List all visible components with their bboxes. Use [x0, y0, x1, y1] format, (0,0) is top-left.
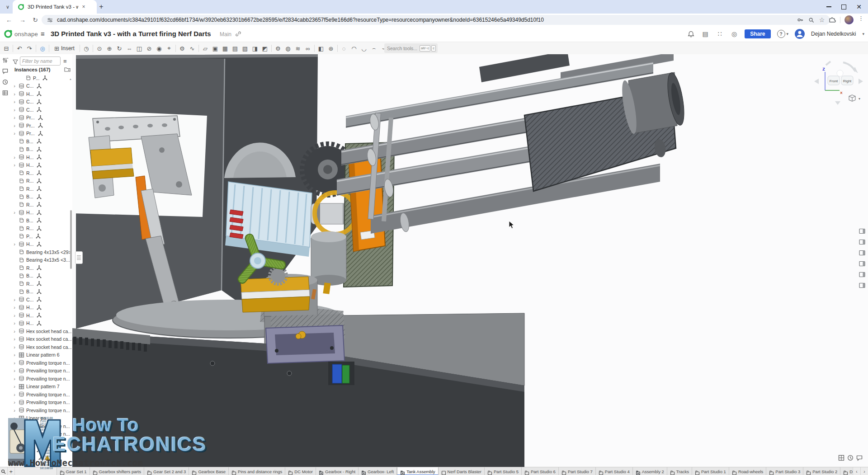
assembly-tree-icon[interactable]: ⊟	[1, 43, 11, 53]
learning-center-icon[interactable]: ◎	[730, 30, 738, 38]
help-caret-icon[interactable]: ▾	[787, 32, 789, 36]
hide-icon[interactable]: ◠	[349, 43, 359, 53]
doc-tab-gearbox-right[interactable]: Gearbox - Right	[316, 467, 359, 475]
doc-tab-part-studio-7[interactable]: Part Studio 7	[559, 467, 596, 475]
select-other-icon[interactable]: ◌	[339, 43, 349, 53]
doc-tab-road-wheels[interactable]: Road-wheels	[729, 467, 766, 475]
workspace-name[interactable]: Main	[220, 31, 231, 38]
expand-chevron-icon[interactable]: ›	[12, 392, 17, 397]
filter-funnel-icon[interactable]	[13, 58, 18, 64]
expand-chevron-icon[interactable]: ›	[12, 115, 17, 120]
instance-row[interactable]: ›Prevailing torque n...	[10, 399, 71, 407]
undo-icon[interactable]: ↶	[14, 43, 24, 53]
filter-input[interactable]	[20, 56, 61, 66]
instance-row[interactable]: R...	[10, 177, 71, 185]
user-name[interactable]: Dejan Nedelkovski	[811, 31, 856, 37]
expand-chevron-icon[interactable]: ›	[12, 336, 17, 342]
instance-row[interactable]: ›Prevailing torque n...	[10, 406, 71, 414]
instance-row[interactable]: ›Prevailing torque n...	[10, 375, 71, 383]
planar-mate-icon[interactable]: ◫	[134, 43, 144, 53]
named-views-panel-icon[interactable]	[859, 249, 865, 255]
instance-row[interactable]: ›Pr...	[10, 114, 71, 122]
replicate-icon[interactable]: ▣	[210, 43, 220, 53]
insert-button[interactable]: ⊞Insert	[51, 44, 78, 53]
user-menu-caret-icon[interactable]: ▾	[862, 32, 864, 36]
comment-bubble-icon[interactable]	[856, 455, 863, 461]
doc-tab-tracks[interactable]: Tracks	[667, 467, 692, 475]
share-button[interactable]: Share	[745, 29, 770, 38]
instance-row[interactable]: Bearing 4x13x5 <3...	[10, 256, 71, 264]
slider-mate-icon[interactable]: ⇔	[124, 43, 134, 53]
exploded-view-icon[interactable]: ⊛	[326, 43, 336, 53]
named-views-icon[interactable]: ▧	[240, 43, 250, 53]
expand-chevron-icon[interactable]: ›	[12, 123, 17, 128]
doc-tab-part-studio-1[interactable]: Part Studio 1	[692, 467, 729, 475]
instance-row[interactable]: ›H...	[10, 320, 71, 328]
help-icon[interactable]: ?	[777, 30, 785, 38]
configurations-icon[interactable]	[0, 55, 10, 65]
snapshot-icon[interactable]: ▱	[200, 43, 210, 53]
list-options-icon[interactable]: ≡	[63, 58, 67, 65]
browser-tab[interactable]: 3D Printed Tank v3 - with a Tur ×	[13, 0, 97, 14]
instance-row[interactable]: ›C...	[10, 106, 71, 114]
release-notes-icon[interactable]: ▤	[701, 30, 709, 38]
panel-resize-handle[interactable]	[75, 251, 83, 264]
tabs-prev-icon[interactable]: ‹	[853, 467, 860, 475]
expand-chevron-icon[interactable]: ›	[12, 352, 17, 357]
expand-chevron-icon[interactable]: ›	[12, 83, 17, 89]
linear-pattern-icon[interactable]: ▦	[220, 43, 230, 53]
instance-row[interactable]: Bearing 4x13x5 <29>	[10, 248, 71, 256]
instance-row[interactable]: ›H...	[10, 304, 71, 312]
expand-chevron-icon[interactable]: ›	[12, 400, 17, 405]
gear-relation-icon[interactable]: ⚙	[177, 43, 187, 53]
expand-chevron-icon[interactable]: ›	[12, 99, 17, 104]
tabs-next-icon[interactable]: ›	[860, 467, 868, 475]
bookmark-star-icon[interactable]: ☆	[818, 16, 826, 24]
gear-tools-icon[interactable]: ⚙	[273, 43, 283, 53]
cylindrical-mate-icon[interactable]: ⊘	[144, 43, 154, 53]
instance-row[interactable]: ›Pr...	[10, 122, 71, 130]
expand-chevron-icon[interactable]: ›	[12, 329, 17, 334]
ball-mate-icon[interactable]: ◉	[154, 43, 164, 53]
appearance-panel-icon[interactable]	[859, 239, 865, 245]
add-folder-icon[interactable]	[64, 66, 71, 73]
instance-row[interactable]: ›H...	[10, 209, 71, 217]
instance-row[interactable]: ›H...	[10, 311, 71, 320]
minimize-icon[interactable]	[826, 6, 831, 7]
spring-icon[interactable]: ≋	[293, 43, 303, 53]
document-menu-icon[interactable]: ≡	[41, 30, 45, 38]
close-icon[interactable]: ✕	[856, 4, 862, 10]
search-tools-box[interactable]: Search tools... alt/~c c	[384, 43, 438, 53]
collapse-panel-icon[interactable]	[859, 228, 865, 234]
bom-icon[interactable]: ▤	[230, 43, 240, 53]
instance-row[interactable]: R...	[10, 225, 71, 233]
instance-row[interactable]: ›Prevailing torque n...	[10, 359, 71, 367]
user-avatar[interactable]	[795, 29, 805, 39]
notifications-bell-icon[interactable]	[687, 30, 695, 38]
instance-row[interactable]: ›Prevailing torque n...	[10, 367, 71, 375]
expand-chevron-icon[interactable]: ›	[12, 368, 17, 373]
back-icon[interactable]: ←	[4, 14, 14, 25]
expand-chevron-icon[interactable]: ›	[12, 344, 17, 350]
add-tab-icon[interactable]: +	[8, 467, 15, 475]
instance-row[interactable]: ›Hex socket head ca...	[10, 343, 71, 351]
doc-tab-gearbox-base[interactable]: Gearbox Base	[189, 467, 229, 475]
doc-tab-part-studio-4[interactable]: Part Studio 4	[596, 467, 633, 475]
lens-search-icon[interactable]	[807, 16, 815, 24]
doc-tab-nerf-darts-blaster[interactable]: Nerf Darts Blaster	[439, 467, 485, 475]
instance-row[interactable]: R...	[10, 280, 71, 288]
password-key-icon[interactable]	[797, 16, 804, 24]
instance-row[interactable]: P...	[10, 232, 71, 240]
extensions-icon[interactable]	[828, 16, 836, 24]
instance-row[interactable]: ›H...	[10, 161, 71, 169]
instance-row[interactable]: B...	[10, 137, 71, 146]
instance-row[interactable]: B...	[10, 272, 71, 280]
expand-chevron-icon[interactable]: ›	[12, 313, 17, 318]
expand-chevron-icon[interactable]: ›	[12, 297, 17, 302]
reload-icon[interactable]: ↻	[30, 14, 41, 25]
doc-tab-tank-assembly[interactable]: Tank Assembly	[397, 467, 438, 475]
doc-tab-gearbox-left[interactable]: Gearbox- Left	[359, 467, 397, 475]
browser-menu-icon[interactable]: ⋮	[858, 15, 864, 22]
expand-chevron-icon[interactable]: ›	[12, 305, 17, 310]
redo-icon[interactable]: ↷	[24, 43, 34, 53]
